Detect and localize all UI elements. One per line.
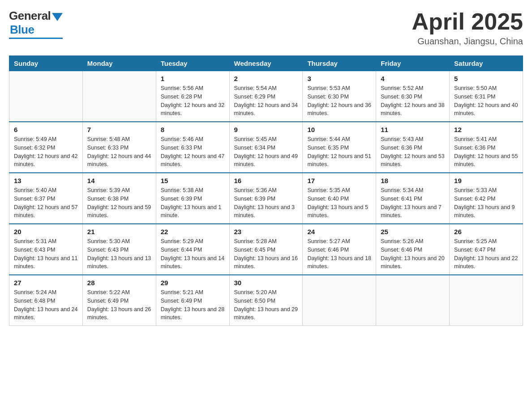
day-info: Sunrise: 5:40 AMSunset: 6:37 PMDaylight:… xyxy=(14,186,78,220)
calendar-cell: 29Sunrise: 5:21 AMSunset: 6:49 PMDayligh… xyxy=(156,275,229,326)
logo: General Blue xyxy=(9,9,63,39)
day-number: 22 xyxy=(161,228,225,235)
day-info: Sunrise: 5:29 AMSunset: 6:44 PMDaylight:… xyxy=(161,237,225,271)
day-number: 26 xyxy=(454,228,518,235)
calendar-header-wednesday: Wednesday xyxy=(229,56,303,71)
day-number: 10 xyxy=(307,126,371,133)
calendar-cell: 4Sunrise: 5:52 AMSunset: 6:30 PMDaylight… xyxy=(376,71,450,122)
day-number: 1 xyxy=(161,75,225,82)
day-number: 18 xyxy=(381,177,445,184)
calendar-cell: 15Sunrise: 5:38 AMSunset: 6:39 PMDayligh… xyxy=(156,173,229,224)
calendar-cell: 22Sunrise: 5:29 AMSunset: 6:44 PMDayligh… xyxy=(156,224,229,275)
day-info: Sunrise: 5:33 AMSunset: 6:42 PMDaylight:… xyxy=(454,186,518,220)
calendar-cell: 2Sunrise: 5:54 AMSunset: 6:29 PMDaylight… xyxy=(229,71,303,122)
day-info: Sunrise: 5:44 AMSunset: 6:35 PMDaylight:… xyxy=(307,135,371,169)
calendar-cell: 16Sunrise: 5:36 AMSunset: 6:39 PMDayligh… xyxy=(229,173,303,224)
calendar-cell xyxy=(82,71,156,122)
day-number: 17 xyxy=(307,177,371,184)
day-number: 27 xyxy=(14,279,78,287)
calendar-cell: 30Sunrise: 5:20 AMSunset: 6:50 PMDayligh… xyxy=(229,275,303,326)
day-number: 14 xyxy=(87,177,151,184)
day-info: Sunrise: 5:27 AMSunset: 6:46 PMDaylight:… xyxy=(307,237,371,271)
day-info: Sunrise: 5:39 AMSunset: 6:38 PMDaylight:… xyxy=(87,186,151,220)
day-number: 9 xyxy=(234,126,298,133)
day-info: Sunrise: 5:26 AMSunset: 6:46 PMDaylight:… xyxy=(381,237,445,271)
location-text: Guanshan, Jiangsu, China xyxy=(412,36,523,47)
calendar-cell: 17Sunrise: 5:35 AMSunset: 6:40 PMDayligh… xyxy=(303,173,376,224)
day-info: Sunrise: 5:22 AMSunset: 6:49 PMDaylight:… xyxy=(87,288,151,322)
calendar-cell xyxy=(376,275,450,326)
day-info: Sunrise: 5:28 AMSunset: 6:45 PMDaylight:… xyxy=(234,237,298,271)
day-number: 25 xyxy=(381,228,445,235)
day-info: Sunrise: 5:34 AMSunset: 6:41 PMDaylight:… xyxy=(381,186,445,220)
day-number: 6 xyxy=(14,126,78,133)
day-number: 29 xyxy=(161,279,225,287)
calendar-cell xyxy=(9,71,83,122)
day-number: 4 xyxy=(381,75,445,82)
day-number: 16 xyxy=(234,177,298,184)
day-number: 30 xyxy=(234,279,298,287)
calendar-cell: 19Sunrise: 5:33 AMSunset: 6:42 PMDayligh… xyxy=(450,173,523,224)
day-info: Sunrise: 5:31 AMSunset: 6:43 PMDaylight:… xyxy=(14,237,78,271)
day-number: 3 xyxy=(307,75,371,82)
day-info: Sunrise: 5:52 AMSunset: 6:30 PMDaylight:… xyxy=(381,84,445,118)
calendar-header-friday: Friday xyxy=(376,56,450,71)
calendar-week-row: 13Sunrise: 5:40 AMSunset: 6:37 PMDayligh… xyxy=(9,173,523,224)
day-number: 2 xyxy=(234,75,298,82)
calendar-cell: 21Sunrise: 5:30 AMSunset: 6:43 PMDayligh… xyxy=(82,224,156,275)
calendar-week-row: 20Sunrise: 5:31 AMSunset: 6:43 PMDayligh… xyxy=(9,224,523,275)
calendar-cell: 23Sunrise: 5:28 AMSunset: 6:45 PMDayligh… xyxy=(229,224,303,275)
day-number: 24 xyxy=(307,228,371,235)
day-info: Sunrise: 5:38 AMSunset: 6:39 PMDaylight:… xyxy=(161,186,225,220)
calendar-cell: 1Sunrise: 5:56 AMSunset: 6:28 PMDaylight… xyxy=(156,71,229,122)
calendar-cell: 27Sunrise: 5:24 AMSunset: 6:48 PMDayligh… xyxy=(9,275,83,326)
calendar-cell xyxy=(450,275,523,326)
calendar-cell: 20Sunrise: 5:31 AMSunset: 6:43 PMDayligh… xyxy=(9,224,83,275)
calendar-cell: 7Sunrise: 5:48 AMSunset: 6:33 PMDaylight… xyxy=(82,122,156,173)
day-number: 23 xyxy=(234,228,298,235)
logo-general-text: General xyxy=(9,9,51,23)
calendar-cell: 6Sunrise: 5:49 AMSunset: 6:32 PMDaylight… xyxy=(9,122,83,173)
calendar-cell: 9Sunrise: 5:45 AMSunset: 6:34 PMDaylight… xyxy=(229,122,303,173)
day-info: Sunrise: 5:36 AMSunset: 6:39 PMDaylight:… xyxy=(234,186,298,220)
day-info: Sunrise: 5:21 AMSunset: 6:49 PMDaylight:… xyxy=(161,288,225,322)
day-number: 19 xyxy=(454,177,518,184)
day-number: 20 xyxy=(14,228,78,235)
calendar-cell: 13Sunrise: 5:40 AMSunset: 6:37 PMDayligh… xyxy=(9,173,83,224)
calendar-cell: 14Sunrise: 5:39 AMSunset: 6:38 PMDayligh… xyxy=(82,173,156,224)
calendar-cell: 26Sunrise: 5:25 AMSunset: 6:47 PMDayligh… xyxy=(450,224,523,275)
day-number: 8 xyxy=(161,126,225,133)
logo-underline xyxy=(9,38,63,39)
day-info: Sunrise: 5:45 AMSunset: 6:34 PMDaylight:… xyxy=(234,135,298,169)
day-info: Sunrise: 5:35 AMSunset: 6:40 PMDaylight:… xyxy=(307,186,371,220)
day-info: Sunrise: 5:56 AMSunset: 6:28 PMDaylight:… xyxy=(161,84,225,118)
logo-blue-text: Blue xyxy=(10,23,34,37)
calendar-cell: 18Sunrise: 5:34 AMSunset: 6:41 PMDayligh… xyxy=(376,173,450,224)
calendar-cell: 25Sunrise: 5:26 AMSunset: 6:46 PMDayligh… xyxy=(376,224,450,275)
title-area: April 2025 Guanshan, Jiangsu, China xyxy=(412,9,523,47)
calendar-cell: 24Sunrise: 5:27 AMSunset: 6:46 PMDayligh… xyxy=(303,224,376,275)
logo-triangle-icon xyxy=(52,13,63,21)
day-info: Sunrise: 5:54 AMSunset: 6:29 PMDaylight:… xyxy=(234,84,298,118)
calendar-cell: 3Sunrise: 5:53 AMSunset: 6:30 PMDaylight… xyxy=(303,71,376,122)
day-info: Sunrise: 5:50 AMSunset: 6:31 PMDaylight:… xyxy=(454,84,518,118)
calendar-header-sunday: Sunday xyxy=(9,56,83,71)
calendar-week-row: 27Sunrise: 5:24 AMSunset: 6:48 PMDayligh… xyxy=(9,275,523,326)
calendar-header-tuesday: Tuesday xyxy=(156,56,229,71)
calendar-header-row: SundayMondayTuesdayWednesdayThursdayFrid… xyxy=(9,56,523,71)
page-header: General Blue April 2025 Guanshan, Jiangs… xyxy=(9,9,523,47)
day-info: Sunrise: 5:46 AMSunset: 6:33 PMDaylight:… xyxy=(161,135,225,169)
day-info: Sunrise: 5:48 AMSunset: 6:33 PMDaylight:… xyxy=(87,135,151,169)
calendar-cell: 11Sunrise: 5:43 AMSunset: 6:36 PMDayligh… xyxy=(376,122,450,173)
calendar-cell xyxy=(303,275,376,326)
calendar-cell: 12Sunrise: 5:41 AMSunset: 6:36 PMDayligh… xyxy=(450,122,523,173)
day-info: Sunrise: 5:25 AMSunset: 6:47 PMDaylight:… xyxy=(454,237,518,271)
calendar-header-saturday: Saturday xyxy=(450,56,523,71)
day-number: 13 xyxy=(14,177,78,184)
day-info: Sunrise: 5:49 AMSunset: 6:32 PMDaylight:… xyxy=(14,135,78,169)
calendar-cell: 8Sunrise: 5:46 AMSunset: 6:33 PMDaylight… xyxy=(156,122,229,173)
day-number: 21 xyxy=(87,228,151,235)
calendar-table: SundayMondayTuesdayWednesdayThursdayFrid… xyxy=(9,56,523,326)
calendar-header-thursday: Thursday xyxy=(303,56,376,71)
day-number: 7 xyxy=(87,126,151,133)
